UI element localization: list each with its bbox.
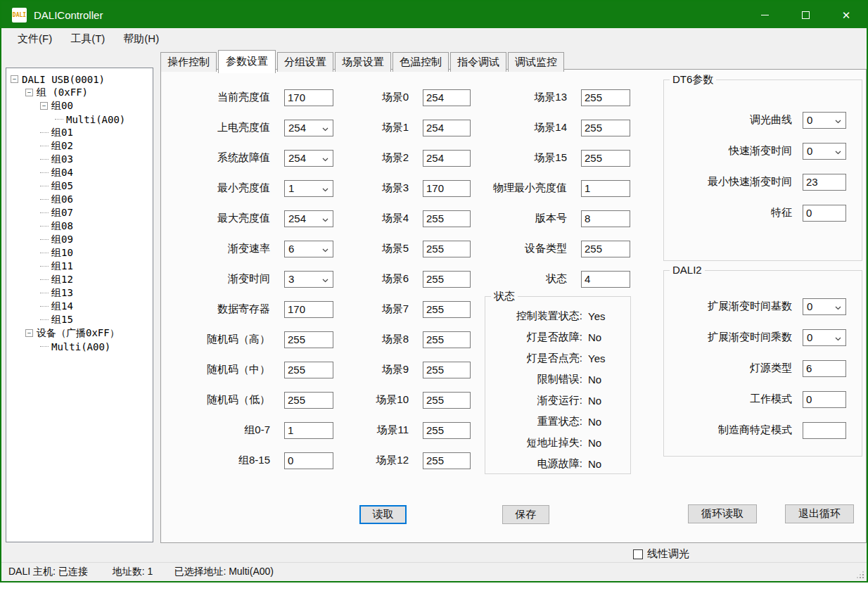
scene-column-left: 场景0场景1场景2场景3场景4场景5场景6场景7场景8场景9场景10场景11场景… — [323, 89, 471, 482]
combo-value: 0 — [807, 145, 812, 157]
tree-item[interactable]: Multi(A00) — [6, 113, 153, 126]
field-input[interactable] — [803, 205, 846, 222]
field-input[interactable] — [803, 391, 846, 408]
dali2-groupbox: DALI2 扩展渐变时间基数0扩展渐变时间乘数0灯源类型工作模式制造商特定模式 — [663, 270, 862, 457]
menu-item-2[interactable]: 帮助(H) — [114, 30, 168, 49]
field-input[interactable] — [423, 210, 471, 227]
status-value: Yes — [588, 310, 623, 322]
tab-5[interactable]: 指令调试 — [450, 52, 506, 72]
linear-dimming-checkbox[interactable]: 线性调光 — [633, 547, 689, 561]
field-input[interactable] — [803, 174, 846, 191]
tab-6[interactable]: 调试监控 — [508, 52, 564, 72]
field-row: 灯源类型 — [670, 359, 846, 377]
tree-item[interactable]: −DALI USB(0001) — [6, 72, 153, 86]
chevron-down-icon — [835, 114, 841, 127]
field-row: 状态 — [481, 270, 630, 288]
tree-item[interactable]: 组06 — [6, 193, 153, 206]
tree-item[interactable]: 组08 — [6, 219, 153, 233]
status-value: No — [588, 437, 623, 449]
field-input[interactable] — [423, 452, 471, 469]
tree-item[interactable]: 组12 — [6, 273, 153, 286]
tab-0[interactable]: 操作控制 — [160, 52, 217, 72]
tree-item-label: DALI USB(0001) — [22, 74, 105, 85]
tab-3[interactable]: 场景设置 — [335, 52, 391, 72]
status-label: 灯是否故障: — [491, 331, 582, 344]
field-label: 渐变时间 — [167, 272, 270, 286]
field-combo[interactable]: 0 — [803, 298, 846, 315]
field-row: 当前亮度值 — [167, 89, 333, 106]
tree-item[interactable]: 组02 — [6, 139, 153, 153]
tree-item[interactable]: 组07 — [6, 206, 153, 219]
field-input[interactable] — [803, 422, 846, 439]
tree-item[interactable]: 组01 — [6, 126, 153, 139]
tab-2[interactable]: 分组设置 — [277, 52, 333, 72]
tree-item[interactable]: −组00 — [6, 99, 153, 113]
combo-value: 1 — [288, 182, 294, 194]
field-label: 场景4 — [323, 212, 409, 225]
save-button[interactable]: 保存 — [502, 505, 549, 524]
maximize-button[interactable] — [785, 1, 826, 28]
field-input[interactable] — [423, 241, 471, 257]
field-input[interactable] — [423, 120, 471, 136]
exit-loop-button[interactable]: 退出循环 — [785, 504, 854, 523]
menu-item-0[interactable]: 文件(F) — [8, 30, 61, 49]
tree-expander-icon[interactable]: − — [25, 89, 33, 96]
status-label: 灯是否点亮: — [491, 352, 582, 365]
field-input[interactable] — [423, 89, 471, 106]
field-input[interactable] — [581, 210, 630, 227]
tree-item[interactable]: −设备（广播0xFF） — [6, 326, 153, 340]
field-row: 场景10 — [323, 391, 471, 409]
close-button[interactable]: ✕ — [826, 1, 867, 28]
field-input[interactable] — [581, 180, 630, 197]
tab-4[interactable]: 色温控制 — [392, 52, 449, 72]
status-row: 灯是否故障:No — [491, 330, 623, 344]
tree-item-label: 组00 — [51, 100, 73, 113]
field-input[interactable] — [423, 331, 471, 348]
field-label: 场景13 — [481, 91, 567, 104]
tree-item[interactable]: 组05 — [6, 179, 153, 193]
field-row: 场景3 — [323, 179, 471, 197]
tree-item[interactable]: 组14 — [6, 300, 153, 313]
tree-item[interactable]: 组10 — [6, 246, 153, 260]
field-combo[interactable]: 0 — [803, 112, 846, 129]
field-input[interactable] — [423, 422, 471, 439]
read-button[interactable]: 读取 — [359, 505, 407, 524]
field-input[interactable] — [581, 150, 630, 167]
tree-item[interactable]: 组09 — [6, 233, 153, 246]
field-input[interactable] — [581, 89, 630, 106]
tree-item-label: 组01 — [51, 127, 73, 139]
field-input[interactable] — [581, 120, 630, 136]
field-input[interactable] — [423, 362, 471, 378]
dt6-groupbox: DT6参数 调光曲线0快速渐变时间0最小快速渐变时间特征 — [663, 79, 862, 261]
field-label: 制造商特定模式 — [670, 424, 792, 437]
field-input[interactable] — [423, 150, 471, 167]
field-input[interactable] — [581, 241, 630, 257]
tree-item[interactable]: Multi(A00) — [6, 340, 153, 353]
tree-item[interactable]: 组04 — [6, 166, 153, 179]
tab-1[interactable]: 参数设置 — [218, 50, 276, 73]
field-combo[interactable]: 0 — [803, 143, 846, 160]
tree-expander-icon[interactable]: − — [11, 75, 18, 83]
field-row: 随机码（高） — [167, 331, 333, 348]
resize-grip[interactable] — [857, 571, 864, 578]
checkbox-label: 线性调光 — [647, 547, 689, 561]
tree-item[interactable]: 组03 — [6, 153, 153, 166]
tree-item[interactable]: 组13 — [6, 286, 153, 300]
field-input[interactable] — [423, 301, 471, 318]
tree-item[interactable]: 组15 — [6, 313, 153, 326]
loop-read-button[interactable]: 循环读取 — [688, 504, 757, 523]
field-input[interactable] — [581, 271, 630, 288]
field-input[interactable] — [423, 392, 471, 409]
field-input[interactable] — [423, 271, 471, 288]
tree-item[interactable]: −组 (0xFF) — [6, 86, 153, 99]
menu-item-1[interactable]: 工具(T) — [61, 30, 114, 49]
statusbar-selected-address: 已选择地址: Multi(A00) — [174, 566, 274, 578]
field-combo[interactable]: 0 — [803, 329, 846, 346]
tree-expander-icon[interactable]: − — [40, 102, 48, 110]
tree-item-label: 组10 — [51, 247, 73, 260]
field-input[interactable] — [423, 180, 471, 197]
tree-expander-icon[interactable]: − — [25, 329, 33, 337]
tree-item[interactable]: 组11 — [6, 260, 153, 273]
minimize-button[interactable] — [744, 1, 785, 28]
field-input[interactable] — [803, 360, 846, 377]
